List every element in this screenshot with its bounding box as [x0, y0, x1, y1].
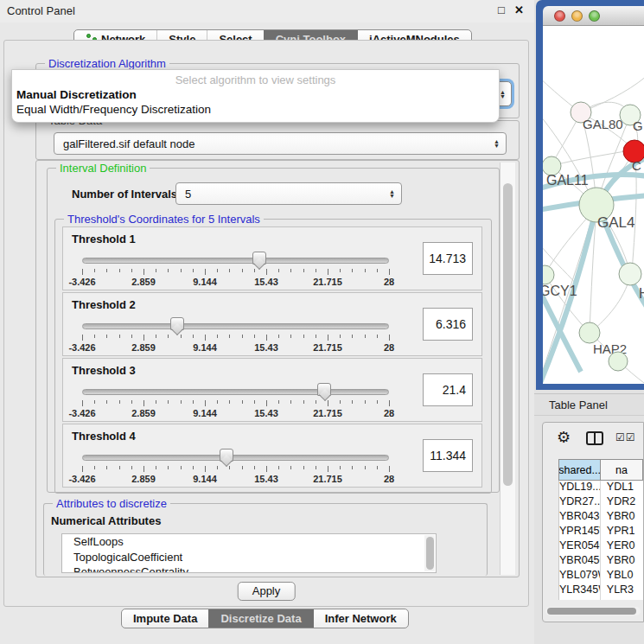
slider-track[interactable] — [82, 323, 389, 329]
slider-tick — [131, 269, 132, 272]
tab-discretize-data[interactable]: Discretize Data — [208, 609, 312, 628]
cell-name[interactable]: YBR0 — [601, 554, 643, 569]
threshold-value-field[interactable]: 6.316 — [423, 308, 473, 341]
slider-tick — [181, 269, 182, 272]
network-graph[interactable]: GAL80GCGAL11GAL4GCY1HHAP2 — [543, 26, 644, 384]
attribute-list-item[interactable]: SelfLoops — [62, 534, 436, 550]
close-traffic-light[interactable] — [554, 10, 565, 22]
table-row[interactable]: YBR043CYBR0 — [559, 510, 643, 525]
settings-scrollbar[interactable] — [500, 163, 515, 575]
dropdown-placeholder-item[interactable]: Select algorithm to view settings — [12, 73, 499, 87]
minimize-traffic-light[interactable] — [571, 10, 583, 22]
cell-shared-name[interactable]: YLR345W — [559, 583, 601, 598]
cell-name[interactable]: YIL0 — [601, 598, 643, 600]
network-canvas[interactable]: GAL80GCGAL11GAL4GCY1HHAP2 — [543, 26, 644, 384]
table-horizontal-scrollbar[interactable] — [545, 607, 641, 615]
slider-track[interactable] — [82, 389, 389, 395]
slider-thumb[interactable] — [317, 383, 331, 396]
settings-scrollpane: Interval Definition Number of Intervals … — [35, 160, 520, 577]
cell-shared-name[interactable]: YDR27... — [559, 495, 601, 510]
slider-tick — [193, 466, 194, 469]
table-data-combobox[interactable]: galFiltered.sif default node ▲▼ — [54, 132, 507, 155]
apply-button[interactable]: Apply — [238, 582, 296, 601]
slider-tick — [316, 400, 316, 404]
slider-tick — [290, 466, 291, 469]
threshold-label: Threshold 4 — [72, 430, 136, 443]
slider-tick — [303, 466, 304, 469]
network-node[interactable] — [543, 265, 554, 284]
table-scrollbar-thumb[interactable] — [547, 608, 636, 615]
tab-impute-data[interactable]: Impute Data — [122, 609, 208, 628]
table-row[interactable]: YDR27...YDR2 — [559, 495, 643, 510]
slider-tick-label: 28 — [384, 474, 394, 484]
table-row[interactable]: YER054CYER0 — [559, 539, 643, 554]
cell-shared-name[interactable]: YBR043C — [559, 510, 601, 525]
dropdown-option-manual[interactable]: Manual Discretization — [12, 87, 499, 102]
cell-name[interactable]: YBR0 — [601, 510, 643, 525]
attributes-scrollbar[interactable] — [424, 535, 435, 571]
slider-track[interactable] — [82, 455, 389, 461]
slider-thumb[interactable] — [170, 317, 184, 330]
slider-track[interactable] — [82, 258, 389, 264]
network-node[interactable] — [579, 322, 600, 343]
slider-tick — [156, 400, 156, 404]
column-header-name[interactable]: na — [601, 459, 643, 481]
slider-tick — [254, 466, 255, 469]
cell-name[interactable]: YDR2 — [601, 495, 643, 510]
numerical-attributes-list[interactable]: SelfLoopsTopologicalCoefficientBetweenne… — [61, 533, 437, 573]
column-view-icon[interactable] — [586, 431, 603, 445]
slider-tick — [156, 335, 156, 338]
network-node[interactable] — [609, 352, 628, 371]
float-window-icon[interactable]: □ — [498, 3, 505, 16]
slider-tick-label: 9.144 — [193, 474, 217, 484]
threshold-slider[interactable]: -3.4262.8599.14415.4321.71528 — [82, 449, 389, 485]
threshold-value-field[interactable]: 21.4 — [423, 373, 473, 406]
threshold-value-field[interactable]: 14.713 — [423, 242, 473, 275]
cell-name[interactable]: YDL1 — [601, 481, 643, 495]
table-row[interactable]: YLR345WYLR3 — [559, 583, 643, 598]
cell-shared-name[interactable]: YBL079W — [559, 569, 601, 583]
cell-name[interactable]: YPR1 — [601, 525, 643, 539]
threshold-slider[interactable]: -3.4262.8599.14415.4321.71528 — [82, 252, 389, 288]
cell-shared-name[interactable]: YPR145W — [559, 525, 601, 539]
attribute-list-item[interactable]: TopologicalCoefficient — [62, 550, 436, 565]
attribute-list-item[interactable]: BetweennessCentrality — [62, 564, 436, 573]
column-header-shared-name[interactable]: shared... — [558, 459, 601, 481]
slider-tick — [303, 269, 304, 272]
cell-shared-name[interactable]: YIL052C — [559, 598, 601, 600]
table-row[interactable]: YDL19...YDL1 — [559, 481, 643, 495]
number-of-intervals-combobox[interactable]: 5 ▲▼ — [175, 182, 402, 205]
table-row[interactable]: YPR145WYPR1 — [559, 525, 643, 539]
threshold-label: Threshold 3 — [72, 364, 136, 377]
close-window-icon[interactable]: ✕ — [514, 3, 524, 16]
slider-tick — [205, 466, 206, 472]
tab-infer-network[interactable]: Infer Network — [313, 609, 408, 628]
cell-shared-name[interactable]: YER054C — [559, 539, 601, 554]
cell-shared-name[interactable]: YDL19... — [559, 481, 601, 495]
attributes-scrollbar-thumb[interactable] — [426, 537, 434, 570]
network-node[interactable] — [619, 263, 641, 285]
number-of-intervals-label: Number of Intervals — [72, 188, 177, 201]
slider-tick — [266, 466, 267, 472]
threshold-slider[interactable]: -3.4262.8599.14415.4321.71528 — [82, 383, 389, 419]
thresholds-group-label: Threshold's Coordinates for 5 Intervals — [64, 213, 264, 226]
table-row[interactable]: YIL052CYIL0 — [559, 598, 643, 600]
slider-thumb[interactable] — [252, 252, 266, 265]
slider-tick — [389, 400, 390, 406]
cell-shared-name[interactable]: YBR045C — [559, 554, 601, 569]
network-node-label: GCY1 — [543, 284, 577, 298]
gear-icon[interactable]: ⚙ — [557, 428, 571, 447]
slider-thumb[interactable] — [220, 449, 233, 462]
table-row[interactable]: YBL079WYBL0 — [559, 569, 643, 583]
threshold-value-field[interactable]: 11.344 — [423, 439, 473, 472]
dropdown-option-equal-width[interactable]: Equal Width/Frequency Discretization — [12, 102, 499, 117]
cell-name[interactable]: YER0 — [601, 539, 643, 554]
cell-name[interactable]: YBL0 — [601, 569, 643, 583]
settings-scrollbar-thumb[interactable] — [503, 183, 513, 486]
cell-name[interactable]: YLR3 — [601, 583, 643, 598]
table-row[interactable]: YBR045CYBR0 — [559, 554, 643, 569]
slider-tick-label: 2.859 — [131, 277, 156, 287]
threshold-slider[interactable]: -3.4262.8599.14415.4321.71528 — [82, 317, 389, 354]
zoom-traffic-light[interactable] — [589, 10, 600, 22]
select-columns-icon[interactable]: ☑☑ — [615, 431, 636, 443]
